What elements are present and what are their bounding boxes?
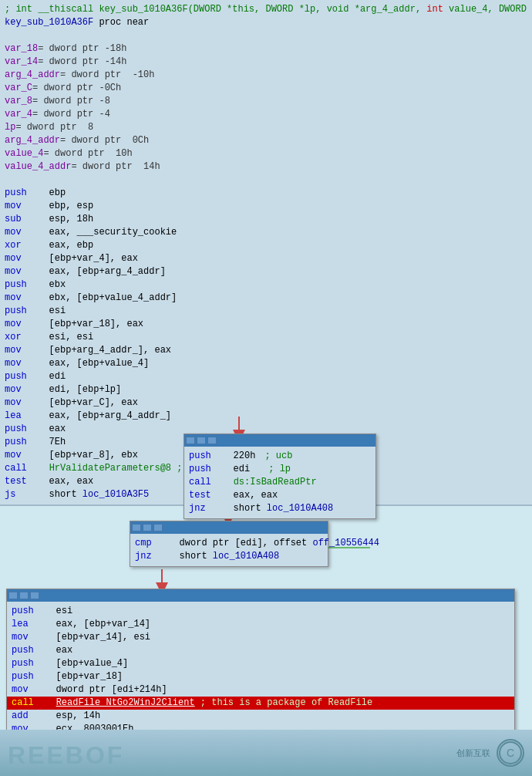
header-comment: ; int __thiscall key_sub_1010A36F(DWORD … [5, 3, 527, 16]
blank1 [5, 29, 527, 42]
instr-mov-arg4a: mov [ebp+arg_4_addr_], eax [5, 344, 527, 357]
instr-mov-ebx: mov ebx, [ebp+value_4_addr] [5, 292, 527, 305]
blank2 [5, 174, 527, 187]
watermark-circle-icon: C [497, 739, 524, 767]
bp-instr-0: push esi [12, 605, 510, 618]
panel-1-titlebar [184, 434, 375, 447]
watermark-text: REEBOF [8, 741, 124, 770]
svg-text:C: C [507, 747, 514, 759]
instr-xor-ebp: xor eax, ebp [5, 239, 527, 252]
title-btn-7[interactable] [8, 592, 18, 599]
title-btn-9[interactable] [30, 592, 39, 599]
instr-mov-esp: mov ebp, esp [5, 200, 527, 213]
var-decl-2: arg_4_addr= dword ptr -10h [5, 69, 527, 82]
p2-instr-0: cmp dword ptr [edi], offset off_10556444 [135, 537, 323, 550]
bp-instr-8: add esp, 14h [12, 710, 510, 723]
title-btn-4[interactable] [132, 524, 141, 531]
instr-mov-cookie: mov eax, ___security_cookie [5, 226, 527, 239]
title-btn-3[interactable] [207, 437, 217, 444]
bp-instr-2: mov [ebp+var_14], esi [12, 631, 510, 644]
panel-2-content: cmp dword ptr [edi], offset off_10556444… [130, 534, 328, 566]
title-btn-2[interactable] [197, 437, 206, 444]
instr-mov-var4: mov [ebp+var_4], eax [5, 252, 527, 265]
instr-mov-edi: mov edi, [ebp+lp] [5, 383, 527, 396]
p1-instr-4: jnz short loc_1010A408 [189, 502, 371, 515]
instr-sub-esp: sub esp, 18h [5, 213, 527, 226]
var-decl-9: value_4_addr= dword ptr 14h [5, 160, 527, 174]
var-decl-4: var_8= dword ptr -8 [5, 95, 527, 108]
bp-instr-7-highlight: call ReadFile_NtGo2WinJ2Client ; this is… [7, 697, 514, 710]
watermark-logo: 创新互联 C [456, 739, 524, 767]
instr-xor-esi: xor esi, esi [5, 331, 527, 344]
panel-2-titlebar [130, 521, 328, 534]
instr-push-ebp: push ebp [5, 187, 527, 200]
bp-instr-3: push eax [12, 644, 510, 657]
instr-lea: lea eax, [ebp+arg_4_addr_] [5, 410, 527, 423]
top-code-panel: ; int __thiscall key_sub_1010A36F(DWORD … [0, 0, 532, 506]
title-btn-6[interactable] [153, 524, 163, 531]
title-btn-5[interactable] [143, 524, 152, 531]
middle-panel-2: cmp dword ptr [edi], offset off_10556444… [130, 521, 328, 567]
var-decl-8: value_4= dword ptr 10h [5, 147, 527, 160]
instr-mov-arg4: mov eax, [ebp+arg_4_addr] [5, 265, 527, 278]
var-decl-7: arg_4_addr= dword ptr 0Ch [5, 134, 527, 147]
var-decl-0: var_18= dword ptr -18h [5, 42, 527, 56]
instr-push-ebx: push ebx [5, 278, 527, 292]
p2-instr-1: jnz short loc_1010A408 [135, 550, 323, 563]
watermark-chinese: 创新互联 [456, 747, 490, 759]
instr-mov-varc: mov [ebp+var_C], eax [5, 396, 527, 410]
var-decl-1: var_14= dword ptr -14h [5, 56, 527, 69]
bp-instr-4: push [ebp+value_4] [12, 657, 510, 670]
bp-instr-6: mov dword ptr [edi+214h] [12, 683, 510, 697]
instr-mov-var18: mov [ebp+var_18], eax [5, 318, 527, 331]
instr-push-esi: push esi [5, 305, 527, 318]
bp-instr-1: lea eax, [ebp+var_14] [12, 618, 510, 631]
p1-instr-0: push 220h; ucb [189, 450, 371, 463]
var-decl-5: var_4= dword ptr -4 [5, 108, 527, 121]
panel-3-titlebar [7, 589, 514, 602]
bp-instr-5: push [ebp+var_18] [12, 670, 510, 683]
p1-instr-2: call ds:IsBadReadPtr [189, 476, 371, 489]
proc-decl: key_sub_1010A36F proc near [5, 16, 527, 29]
middle-panel-1: push 220h; ucb push edi; lp call ds:IsBa… [184, 434, 376, 519]
panel-1-content: push 220h; ucb push edi; lp call ds:IsBa… [184, 447, 375, 518]
p1-instr-1: push edi; lp [189, 463, 371, 476]
p1-instr-3: test eax, eax [189, 489, 371, 502]
instr-mov-val4: mov eax, [ebp+value_4] [5, 357, 527, 370]
title-btn-8[interactable] [19, 592, 29, 599]
var-decl-3: var_C= dword ptr -0Ch [5, 82, 527, 95]
instr-push-edi: push edi [5, 370, 527, 383]
title-btn-1[interactable] [186, 437, 195, 444]
var-decl-6: lp= dword ptr 8 [5, 121, 527, 134]
